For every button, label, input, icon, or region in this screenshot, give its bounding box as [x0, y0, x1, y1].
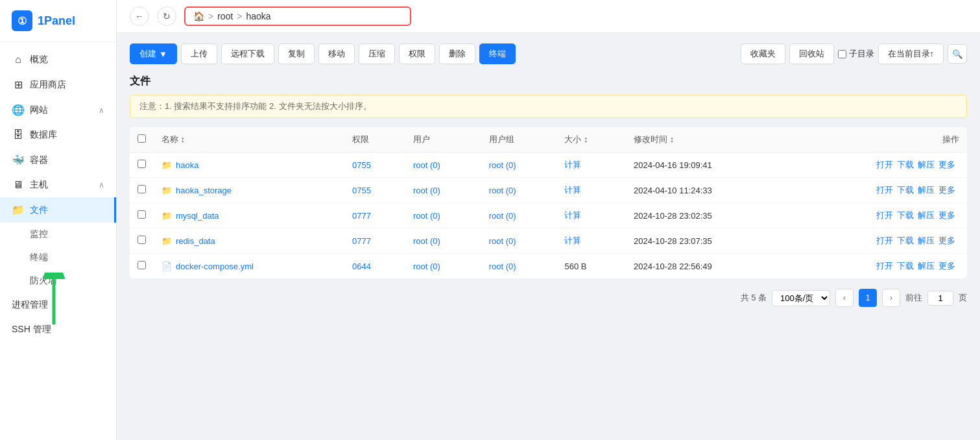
main-content: ← ↻ 🏠 > root > haoka 创建 ▼ 上传 远程下载 复制 — [117, 0, 980, 440]
action-打开[interactable]: 打开 — [876, 261, 893, 271]
delete-button[interactable]: 删除 — [439, 43, 475, 64]
user-value-0[interactable]: root (0) — [413, 160, 440, 170]
search-button[interactable]: 🔍 — [948, 44, 967, 64]
sidebar-item-process[interactable]: 进程管理 — [0, 293, 116, 317]
compress-button[interactable]: 压缩 — [359, 43, 395, 64]
action-打开[interactable]: 打开 — [876, 236, 893, 245]
action-解压[interactable]: 解压 — [918, 210, 935, 220]
file-link-4[interactable]: docker-compose.yml — [176, 262, 254, 271]
subdir-checkbox[interactable] — [838, 50, 846, 58]
action-解压[interactable]: 解压 — [918, 185, 935, 195]
size-calc-3[interactable]: 计算 — [564, 236, 581, 245]
next-page-button[interactable]: › — [882, 289, 900, 307]
action-解压[interactable]: 解压 — [918, 236, 935, 245]
sidebar-item-ssh[interactable]: SSH 管理 — [0, 317, 116, 342]
create-button[interactable]: 创建 ▼ — [130, 43, 177, 64]
action-下载[interactable]: 下载 — [897, 210, 914, 220]
action-打开[interactable]: 打开 — [876, 210, 893, 220]
favorites-button[interactable]: 收藏夹 — [741, 43, 785, 64]
pagination-bar: 共 5 条 100条/页 50条/页 20条/页 ‹ 1 › 前往 页 — [130, 289, 967, 307]
row-checkbox-4[interactable] — [137, 261, 146, 269]
back-button[interactable]: ← — [130, 6, 149, 26]
row-user: root (0) — [405, 153, 481, 178]
permissions-button[interactable]: 权限 — [399, 43, 435, 64]
sidebar-item-terminal[interactable]: 终端 — [0, 246, 116, 269]
user-value-2[interactable]: root (0) — [413, 211, 440, 221]
row-checkbox-0[interactable] — [137, 160, 146, 168]
row-actions: 打开下载解压更多 — [793, 153, 967, 178]
action-更多[interactable]: 更多 — [938, 185, 955, 195]
row-checkbox-1[interactable] — [137, 185, 146, 193]
recycle-button[interactable]: 回收站 — [789, 43, 834, 64]
file-link-0[interactable]: haoka — [176, 160, 198, 170]
refresh-button[interactable]: ↻ — [157, 6, 176, 26]
row-name: 📁mysql_data — [154, 203, 344, 228]
perm-value-3[interactable]: 0777 — [352, 236, 371, 246]
website-icon: 🌐 — [12, 104, 25, 116]
path-bar[interactable]: 🏠 > root > haoka — [184, 6, 411, 26]
action-更多[interactable]: 更多 — [938, 261, 955, 271]
group-value-0[interactable]: root (0) — [489, 160, 516, 170]
page-goto-input[interactable] — [927, 291, 953, 306]
subdir-checkbox-label[interactable]: 子目录 — [838, 48, 874, 60]
page-1-button[interactable]: 1 — [859, 289, 877, 307]
perm-value-4[interactable]: 0644 — [352, 262, 371, 271]
header-size[interactable]: 大小 ↕ — [556, 127, 626, 153]
current-dir-button[interactable]: 在当前目录↑ — [878, 43, 944, 64]
create-dropdown-icon: ▼ — [159, 49, 167, 59]
group-value-4[interactable]: root (0) — [489, 262, 516, 271]
action-更多[interactable]: 更多 — [938, 160, 955, 169]
group-value-3[interactable]: root (0) — [489, 236, 516, 246]
group-value-2[interactable]: root (0) — [489, 211, 516, 221]
sidebar-item-overview[interactable]: ⌂ 概览 — [0, 47, 116, 72]
prev-page-button[interactable]: ‹ — [835, 289, 854, 307]
sidebar-item-firewall[interactable]: 防火墙 — [0, 269, 116, 293]
file-link-3[interactable]: redis_data — [176, 236, 215, 246]
group-value-1[interactable]: root (0) — [489, 186, 516, 195]
file-link-1[interactable]: haoka_storage — [176, 186, 232, 195]
per-page-select[interactable]: 100条/页 50条/页 20条/页 — [772, 290, 830, 306]
user-value-4[interactable]: root (0) — [413, 262, 440, 271]
user-value-3[interactable]: root (0) — [413, 236, 440, 246]
select-all-checkbox[interactable] — [137, 134, 146, 143]
row-checkbox-2[interactable] — [137, 210, 146, 219]
size-calc-2[interactable]: 计算 — [564, 210, 581, 220]
perm-value-2[interactable]: 0777 — [352, 211, 371, 221]
file-link-2[interactable]: mysql_data — [176, 211, 219, 221]
row-actions: 打开下载解压更多 — [793, 254, 967, 279]
perm-value-1[interactable]: 0755 — [352, 186, 371, 195]
action-更多[interactable]: 更多 — [938, 236, 955, 245]
sidebar-item-appstore[interactable]: ⊞ 应用商店 — [0, 72, 116, 97]
action-解压[interactable]: 解压 — [918, 261, 935, 271]
row-checkbox-3[interactable] — [137, 236, 146, 244]
notice-bar: 注意：1. 搜索结果不支持排序功能 2. 文件夹无法按大小排序。 — [130, 95, 967, 118]
remote-download-button[interactable]: 远程下载 — [221, 43, 274, 64]
user-value-1[interactable]: root (0) — [413, 186, 440, 195]
action-打开[interactable]: 打开 — [876, 185, 893, 195]
sidebar-item-files[interactable]: 📁 文件 — [0, 197, 116, 223]
sidebar-item-website[interactable]: 🌐 网站 ∧ — [0, 97, 116, 123]
move-button[interactable]: 移动 — [318, 43, 355, 64]
sidebar-item-monitor[interactable]: 监控 — [0, 223, 116, 246]
action-下载[interactable]: 下载 — [897, 185, 914, 195]
sidebar-nav: ⌂ 概览 ⊞ 应用商店 🌐 网站 ∧ 🗄 数据库 🐳 容器 🖥 主机 ∧ — [0, 42, 116, 440]
sidebar-item-database[interactable]: 🗄 数据库 — [0, 123, 116, 147]
action-打开[interactable]: 打开 — [876, 160, 893, 169]
sidebar-item-host[interactable]: 🖥 主机 ∧ — [0, 173, 116, 197]
perm-value-0[interactable]: 0755 — [352, 160, 371, 170]
action-下载[interactable]: 下载 — [897, 236, 914, 245]
host-icon: 🖥 — [12, 179, 25, 191]
terminal-button[interactable]: 终端 — [479, 43, 516, 64]
size-calc-0[interactable]: 计算 — [564, 160, 581, 169]
upload-button[interactable]: 上传 — [181, 43, 217, 64]
row-permissions: 0777 — [344, 203, 405, 228]
action-解压[interactable]: 解压 — [918, 160, 935, 169]
action-更多[interactable]: 更多 — [938, 210, 955, 220]
size-calc-1[interactable]: 计算 — [564, 185, 581, 195]
action-下载[interactable]: 下载 — [897, 160, 914, 169]
sidebar-item-container[interactable]: 🐳 容器 — [0, 147, 116, 173]
action-下载[interactable]: 下载 — [897, 261, 914, 271]
header-name[interactable]: 名称 ↕ — [154, 127, 344, 153]
copy-button[interactable]: 复制 — [278, 43, 315, 64]
header-modified[interactable]: 修改时间 ↕ — [626, 127, 792, 153]
